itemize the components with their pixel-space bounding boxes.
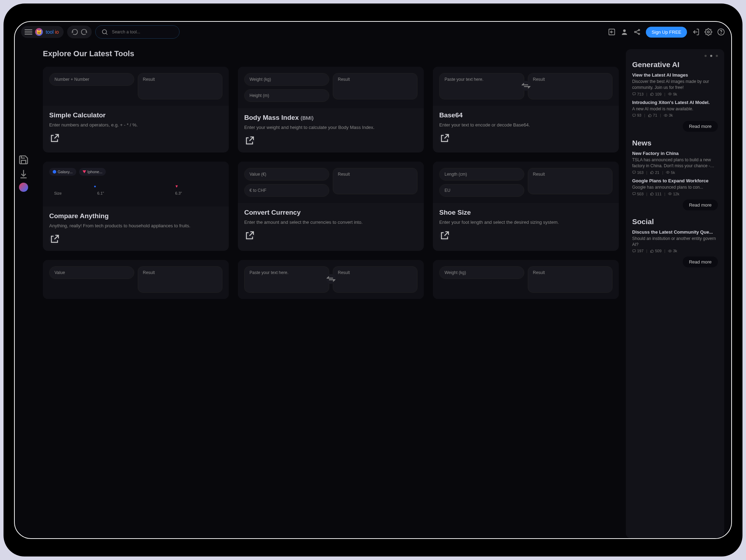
open-button[interactable] (439, 133, 450, 144)
dot-2[interactable] (710, 55, 712, 57)
login-icon[interactable] (692, 28, 700, 36)
compare-chip[interactable]: Galaxy... (49, 168, 76, 176)
comments-stat: 197 (632, 249, 643, 253)
sidebar-section: Social Discuss the Latest Community Que.… (632, 217, 718, 268)
card-desc: Enter your text to encode or decode Base… (439, 122, 612, 128)
screen: 😺 tool io (14, 21, 732, 539)
rail-logo-icon[interactable] (19, 183, 28, 192)
logo-icon: 😺 (35, 28, 43, 36)
outer-frame: 😺 tool io (0, 0, 746, 560)
result-pill: Result (528, 266, 613, 293)
input-pill[interactable]: Paste your text here. (244, 266, 329, 293)
tool-card[interactable]: Number + Number Result Simple Calculator… (43, 67, 229, 152)
edit-icon[interactable] (608, 28, 616, 36)
signup-button[interactable]: Sign Up FREE (646, 27, 687, 38)
blue-dot-icon (53, 170, 56, 174)
sidebar-item-stats: 503 | 111 | 12k (632, 192, 718, 196)
card-preview: Length (cm) EU Result (433, 162, 619, 203)
result-pill: Result (333, 168, 418, 194)
tool-card[interactable]: Value (€) € to CHF Result Convert Curren… (238, 162, 424, 251)
main-layout: Explore Our Latest Tools Number + Number… (15, 42, 731, 538)
open-button[interactable] (244, 136, 255, 146)
sidebar-item[interactable]: New Factory in China TSLA has announced … (632, 151, 718, 175)
card-preview: Weight (kg) Result (433, 260, 619, 299)
pagination-dots (632, 55, 718, 57)
input-pill[interactable]: Weight (kg) (439, 266, 524, 279)
sidebar-item[interactable]: Introducing Xiton's Latest AI Model. A n… (632, 100, 718, 118)
swap-icon[interactable] (521, 81, 531, 91)
open-button[interactable] (439, 230, 450, 241)
input-pill[interactable]: Value (49, 266, 134, 279)
dot-3[interactable] (716, 55, 718, 57)
input-pill[interactable]: Weight (kg) (244, 73, 329, 86)
tools-section: Explore Our Latest Tools Number + Number… (43, 49, 619, 538)
dot-1[interactable] (705, 55, 707, 57)
card-preview: Value (€) € to CHF Result (238, 162, 424, 203)
search-icon (101, 28, 108, 35)
card-desc: Enter numbers and operators, e.g. + - * … (49, 122, 222, 128)
redo-button[interactable] (80, 28, 87, 35)
views-stat: 12k (668, 192, 679, 196)
sidebar-item[interactable]: View the Latest AI Images Discover the b… (632, 72, 718, 96)
result-pill: Result (138, 73, 223, 99)
logo-text: tool io (46, 29, 59, 35)
tool-card[interactable]: Weight (kg) Result (433, 260, 619, 299)
swap-icon[interactable] (326, 274, 336, 284)
input-pill[interactable]: € to CHF (244, 184, 329, 197)
tool-card[interactable]: Galaxy... Iphone... ●▼ Size6.1"6.3" Comp… (43, 162, 229, 251)
comments-stat: 163 (632, 170, 643, 175)
likes-stat: 21 (650, 170, 659, 175)
likes-stat: 111 (650, 192, 661, 196)
comments-stat: 503 (632, 192, 643, 196)
sidebar-item-stats: 713 | 109 | 9k (632, 92, 718, 96)
input-pill[interactable]: Paste your text here. (439, 73, 524, 99)
compare-table: ●▼ Size6.1"6.3" (49, 179, 222, 200)
svg-point-12 (721, 33, 721, 34)
logo-io: io (54, 29, 59, 35)
sidebar-item-desc: Google has announced plans to con... (632, 184, 718, 190)
svg-point-25 (670, 193, 671, 194)
compare-chip[interactable]: Iphone... (79, 168, 106, 176)
user-icon[interactable] (621, 28, 628, 36)
open-button[interactable] (49, 234, 60, 245)
tool-card[interactable]: Length (cm) EU Result Shoe Size Enter yo… (433, 162, 619, 251)
card-desc: Enter your weight and height to calculat… (244, 124, 417, 131)
sidebar-item-title: View the Latest AI Images (632, 72, 718, 78)
open-button[interactable] (244, 230, 255, 241)
svg-point-6 (638, 33, 640, 35)
sidebar-item-stats: 93 | 71 | 3k (632, 113, 718, 117)
search-bar[interactable] (95, 25, 180, 39)
input-pill[interactable]: Value (€) (244, 168, 329, 181)
sidebar-item[interactable]: Discuss the Latest Community Que... Shou… (632, 229, 718, 253)
sidebar-item-desc: Should an institution or another entity … (632, 236, 718, 248)
save-icon[interactable] (18, 155, 29, 165)
undo-button[interactable] (71, 28, 78, 35)
red-triangle-icon (83, 170, 86, 173)
tools-grid: Number + Number Result Simple Calculator… (43, 67, 619, 299)
share-icon[interactable] (633, 28, 641, 36)
read-more-button[interactable]: Read more (683, 256, 718, 267)
tool-card[interactable]: Paste your text here. Result (238, 260, 424, 299)
read-more-button[interactable]: Read more (683, 121, 718, 132)
sidebar-item[interactable]: Google Plans to Expand Workforce Google … (632, 178, 718, 196)
card-preview: Paste your text here. Result (433, 67, 619, 106)
card-title: Base64 (439, 111, 612, 119)
help-icon[interactable] (717, 28, 725, 36)
input-pill[interactable]: Length (cm) (439, 168, 524, 181)
tool-card[interactable]: Weight (kg) Height (m) Result Body Mass … (238, 67, 424, 152)
tool-card[interactable]: Paste your text here. Result Base64 Ente… (433, 67, 619, 152)
download-icon[interactable] (18, 169, 29, 179)
open-button[interactable] (49, 133, 60, 144)
svg-rect-22 (633, 171, 635, 173)
menu-button[interactable] (25, 28, 32, 36)
card-preview: Weight (kg) Height (m) Result (238, 67, 424, 108)
read-more-button[interactable]: Read more (683, 200, 718, 210)
input-pill[interactable]: Number + Number (49, 73, 134, 86)
input-pill[interactable]: EU (439, 184, 524, 197)
svg-point-4 (635, 31, 636, 33)
search-input[interactable] (112, 30, 164, 34)
sidebar-item-desc: Discover the best AI images made by our … (632, 79, 718, 91)
settings-icon[interactable] (705, 28, 712, 36)
input-pill[interactable]: Height (m) (244, 89, 329, 102)
tool-card[interactable]: Value Result (43, 260, 229, 299)
